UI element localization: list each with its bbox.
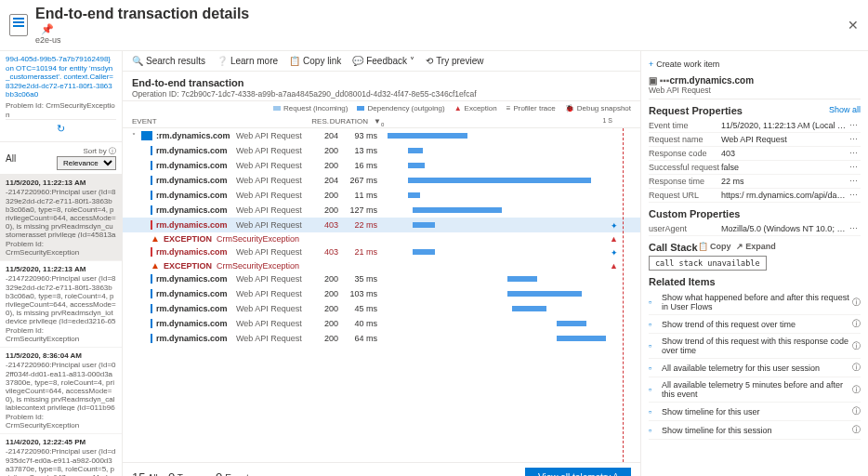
related-item[interactable]: ▫Show trend of this request with this re… [649,334,861,359]
guid-problem-id: Problem Id: CrmSecurityException [6,101,116,119]
problem-item[interactable]: 11/5/2020, 8:36:04 AM-2147220960:Princip… [0,348,122,434]
gantt-row[interactable]: rm.dynamics.com Web API Request 200 13 m… [123,143,640,158]
chevron-icon[interactable]: ˅ [132,132,141,140]
sort-select[interactable]: Relevance [57,156,116,170]
property-row: Response time22 ms⋯ [649,175,861,189]
callstack-value: call stack unavailable [649,256,767,271]
dependency-icon [151,304,152,313]
copy-link-button[interactable]: 📋 Copy link [289,56,341,66]
dependency-icon [141,131,152,140]
more-icon[interactable]: ⋯ [847,163,861,172]
pin-icon[interactable]: 📌 [41,23,54,34]
gantt-row[interactable]: rm.dynamics.com Web API Request 403 22 m… [123,218,640,232]
related-icon: ▫ [649,364,662,373]
sidebar: 99d-405d-99b5-7a7b79162498} on OTC=10194… [0,51,123,476]
more-icon[interactable]: ⋯ [847,191,861,200]
more-icon[interactable]: ⋯ [847,224,861,233]
try-preview-button[interactable]: ⟲ Try preview [426,56,483,66]
more-icon[interactable]: ⋯ [847,135,861,144]
view-all-telemetry-button[interactable]: View all telemetry ˄ [525,468,631,476]
col-res: RES. [299,117,329,126]
info-icon[interactable]: ⓘ [852,362,861,374]
guid-text: 99d-405d-99b5-7a7b79162498} on OTC=10194… [6,55,116,99]
property-row: Response code403⋯ [649,147,861,161]
gantt-row[interactable]: rm.dynamics.com Web API Request 200 11 m… [123,188,640,203]
related-item[interactable]: ▫Show timeline for this userⓘ [649,403,861,421]
gantt-row[interactable]: rm.dynamics.com Web API Request 200 127 … [123,203,640,218]
related-item[interactable]: ▫All available telemetry 5 minutes befor… [649,377,861,403]
selected-marker-icon: ✦ [611,221,618,229]
gantt-row[interactable]: rm.dynamics.com Web API Request 200 64 m… [123,331,640,346]
close-icon[interactable]: ✕ [848,18,859,33]
col-event: EVENT [132,117,299,126]
warning-icon: ▲ [151,233,160,244]
cs-expand-button[interactable]: ↗ Expand [736,242,776,251]
footer-counts: 15 All: 0 Traces: 0 Events: [132,470,256,476]
related-item[interactable]: ▫Show timeline for this sessionⓘ [649,421,861,440]
context-host: crm.dynamics.com [669,75,754,86]
details-panel: +Create work item ▣ ▪▪▪crm.dynamics.com … [641,51,868,476]
gantt-row[interactable]: rm.dynamics.com Web API Request 200 45 m… [123,301,640,316]
custom-properties-heading: Custom Properties [649,208,740,219]
gantt-row[interactable]: rm.dynamics.com Web API Request 200 103 … [123,286,640,301]
more-icon[interactable]: ⋯ [847,149,861,158]
learn-more-button[interactable]: ❔ Learn more [217,56,278,66]
related-icon: ▫ [649,407,662,416]
exception-marker-icon: ▲ [610,261,618,271]
search-results-button[interactable]: 🔍 Search results [132,56,205,66]
related-item[interactable]: ▫All available telemetry for this user s… [649,359,861,377]
info-icon[interactable]: ⓘ [852,405,861,417]
property-row: Successful requestfalse⋯ [649,161,861,175]
related-icon: ▫ [649,341,662,350]
selected-marker-icon: ✦ [611,248,618,256]
dependency-icon [151,289,152,298]
gantt-row[interactable]: rm.dynamics.com Web API Request 204 267 … [123,173,640,188]
col-dur: DURATION [329,117,368,126]
gantt-row[interactable]: ˅ :rm.dynamics.com Web API Request 204 9… [123,128,640,143]
info-icon[interactable]: ⓘ [852,340,861,352]
dependency-icon [151,220,152,230]
request-properties-heading: Request Properties [649,105,743,116]
gantt-row[interactable]: rm.dynamics.com Web API Request 200 16 m… [123,158,640,173]
related-icon: ▫ [649,426,662,435]
problem-list: 11/5/2020, 11:22:13 AM-2147220960:Princi… [0,175,122,476]
exception-row[interactable]: ▲EXCEPTIONCrmSecurityException▲ [123,259,640,271]
problem-item[interactable]: 11/5/2020, 11:22:13 AM-2147220960:Princi… [0,261,122,348]
property-row: Request URLhttps:/ rm.dynamics.com/api/d… [649,189,861,203]
page-subtitle: e2e-us [35,35,249,45]
feedback-button[interactable]: 💬 Feedback ˅ [352,56,414,66]
cs-copy-button[interactable]: 📋 Copy [698,242,731,251]
dependency-icon [151,146,152,155]
related-item[interactable]: ▫Show trend of this request over timeⓘ [649,315,861,334]
gantt-row[interactable]: rm.dynamics.com Web API Request 200 35 m… [123,271,640,286]
legend: Request (incoming) Dependency (outgoing)… [123,101,640,115]
info-icon[interactable]: ⓘ [852,318,861,330]
exception-row[interactable]: ▲EXCEPTIONCrmSecurityException▲ [123,232,640,245]
info-icon[interactable]: ⓘ [852,424,861,436]
refresh-button[interactable]: ↻ [6,119,116,138]
info-icon[interactable]: ⓘ [852,384,861,396]
context-sub: Web API Request [649,86,861,95]
related-icon: ▫ [649,298,662,307]
gantt-row[interactable]: rm.dynamics.com Web API Request 403 21 m… [123,245,640,259]
create-work-item-button[interactable]: +Create work item [649,57,861,72]
related-icon: ▫ [649,385,662,394]
problem-item[interactable]: 11/5/2020, 11:22:13 AM-2147220960:Princi… [0,175,122,261]
more-icon[interactable]: ⋯ [847,121,861,130]
related-item[interactable]: ▫Show what happened before and after thi… [649,290,861,315]
guid-context: 99d-405d-99b5-7a7b79162498} on OTC=10194… [0,51,122,142]
page-title: End-to-end transaction details [35,6,249,22]
col-timeline: ▼01 S [374,117,631,126]
gantt-row[interactable]: rm.dynamics.com Web API Request 200 40 m… [123,316,640,331]
doc-icon [9,14,28,36]
dependency-icon [151,274,152,284]
dependency-icon [151,205,152,215]
dependency-icon [151,176,152,185]
exception-marker-icon: ▲ [610,234,618,244]
show-all-link[interactable]: Show all [829,105,861,116]
info-icon[interactable]: ⓘ [852,297,861,309]
related-items-heading: Related Items [649,276,716,287]
problem-item[interactable]: 11/4/2020, 12:22:45 PM-2147220960:Princi… [0,434,122,476]
more-icon[interactable]: ⋯ [847,177,861,186]
property-row: Request nameWeb API Request⋯ [649,133,861,147]
